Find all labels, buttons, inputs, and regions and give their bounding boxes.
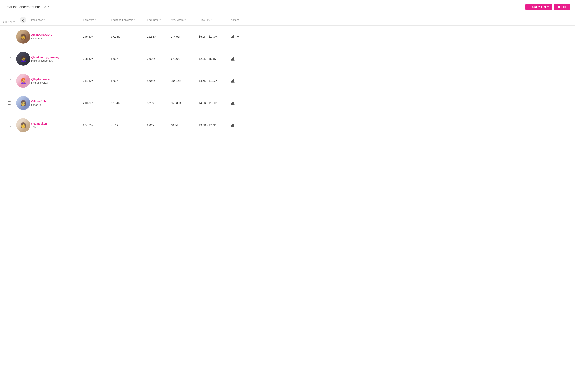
eng-rate-value: 15.34% xyxy=(147,35,171,38)
engaged-followers-value: 17.34K xyxy=(111,101,147,105)
followers-value: 210.30K xyxy=(83,101,111,105)
actions-cell: + xyxy=(231,78,251,83)
row-checkbox-cell[interactable] xyxy=(3,79,15,82)
eng-rate-col-header[interactable]: Eng. Rate ⇅ xyxy=(147,18,171,21)
svg-rect-17 xyxy=(231,125,232,127)
influencer-handle[interactable]: @hydrationceo xyxy=(31,78,83,81)
price-est-value: $3.0K - $7.9K xyxy=(199,123,231,127)
pdf-label: PDF xyxy=(561,5,567,9)
row-checkbox-4[interactable] xyxy=(8,101,11,105)
platform-cell: 👩 xyxy=(15,29,31,44)
top-bar: Total Influencers found: 1 006 + Add to … xyxy=(0,0,575,14)
avatar: 👩 xyxy=(16,118,30,132)
svg-rect-14 xyxy=(232,102,233,105)
table-rows: 👩 @cancerbae717 cancerbae 246.30K 37.78K… xyxy=(0,25,575,136)
price-est-col-header[interactable]: Price Est. ⇅ xyxy=(199,18,231,21)
svg-rect-13 xyxy=(231,103,232,105)
add-icon[interactable]: + xyxy=(237,56,240,61)
avg-views-value: 67.96K xyxy=(171,57,199,60)
table-row: 👩‍🦱 @makeupbygermany makeupbygermany 228… xyxy=(0,48,575,70)
svg-rect-12 xyxy=(231,79,232,80)
influencer-handle[interactable]: @fionafrills xyxy=(31,100,83,103)
svg-rect-3 xyxy=(233,35,234,38)
avg-views-value: 98.94K xyxy=(171,123,199,127)
select-all-checkbox[interactable] xyxy=(8,17,11,20)
avatar: 👩 xyxy=(16,29,30,44)
influencer-col-header[interactable]: Influencer ⇅ xyxy=(31,18,83,21)
influencer-cell: @fionafrills fionafrills xyxy=(31,100,83,106)
engaged-followers-value: 37.78K xyxy=(111,35,147,38)
influencer-name: cancerbae xyxy=(31,37,83,40)
avg-views-sort-icon: ⇅ xyxy=(185,19,186,21)
svg-rect-19 xyxy=(233,124,234,127)
table-row: 👩 @fionafrills fionafrills 210.30K 17.34… xyxy=(0,92,575,114)
actions-col-header: Actions xyxy=(231,18,251,21)
engaged-followers-sort-icon: ⇅ xyxy=(134,19,136,21)
add-icon[interactable]: + xyxy=(237,100,240,106)
add-icon[interactable]: + xyxy=(237,34,240,39)
avg-views-value: 154.14K xyxy=(171,79,199,82)
influencer-name: HydrationCEO xyxy=(31,81,83,84)
followers-value: 214.30K xyxy=(83,79,111,82)
followers-value: 228.60K xyxy=(83,57,111,60)
total-influencers: Total Influencers found: 1 006 xyxy=(5,5,49,9)
row-checkbox-cell[interactable] xyxy=(3,101,15,105)
chevron-down-icon: ▾ xyxy=(547,5,549,9)
influencer-sort-icon: ⇅ xyxy=(43,19,45,21)
engaged-followers-col-header[interactable]: Engaged Followers ⇅ xyxy=(111,18,147,21)
platform-cell: 👩 xyxy=(15,96,31,110)
row-checkbox-1[interactable] xyxy=(8,35,11,38)
influencer-cell: @cancerbae717 cancerbae xyxy=(31,33,83,40)
row-checkbox-cell[interactable] xyxy=(3,123,15,127)
svg-rect-2 xyxy=(232,36,233,38)
avatar: 👩 xyxy=(16,96,30,110)
chart-icon[interactable] xyxy=(231,57,235,61)
row-checkbox-cell[interactable] xyxy=(3,57,15,60)
chart-icon[interactable] xyxy=(231,35,235,39)
svg-rect-15 xyxy=(233,102,234,105)
influencer-handle[interactable]: @tamsskyn xyxy=(31,122,83,125)
followers-value: 204.70K xyxy=(83,123,111,127)
table-row: 👩‍🦰 @hydrationceo HydrationCEO 214.30K 8… xyxy=(0,70,575,92)
chart-icon[interactable] xyxy=(231,79,235,83)
influencer-handle[interactable]: @cancerbae717 xyxy=(31,33,83,37)
avg-views-col-header[interactable]: Avg. Views ⇅ xyxy=(171,18,199,21)
tiktok-icon xyxy=(20,17,26,23)
influencer-name: makeupbygermany xyxy=(31,59,83,62)
price-est-value: $2.0K - $5.4K xyxy=(199,57,231,60)
followers-sort-icon: ⇅ xyxy=(95,19,97,21)
row-checkbox-3[interactable] xyxy=(8,79,11,82)
select-all-cell[interactable]: Select All (0) xyxy=(3,17,15,23)
add-to-list-button[interactable]: + Add to List ▾ xyxy=(526,4,552,10)
row-checkbox-5[interactable] xyxy=(8,123,11,127)
add-icon[interactable]: + xyxy=(237,122,240,128)
row-checkbox-2[interactable] xyxy=(8,57,11,60)
svg-rect-7 xyxy=(233,57,234,60)
followers-value: 246.30K xyxy=(83,35,111,38)
influencer-cell: @tamsskyn TAMS xyxy=(31,122,83,129)
eng-rate-value: 2.01% xyxy=(147,123,171,127)
chart-icon[interactable] xyxy=(231,101,235,105)
pdf-button[interactable]: 🗎 PDF xyxy=(554,4,570,10)
influencer-table: Select All (0) Influencer ⇅ Followers ⇅ xyxy=(0,14,575,136)
add-icon[interactable]: + xyxy=(237,78,240,83)
avatar: 👩‍🦰 xyxy=(16,74,30,88)
actions-cell: + xyxy=(231,100,251,106)
influencer-name: TAMS xyxy=(31,126,83,129)
row-checkbox-cell[interactable] xyxy=(3,35,15,38)
table-row: 👩 @tamsskyn TAMS 204.70K 4.11K 2.01% 98.… xyxy=(0,114,575,136)
engaged-followers-value: 8.69K xyxy=(111,79,147,82)
svg-rect-20 xyxy=(231,123,232,124)
influencer-handle[interactable]: @makeupbygermany xyxy=(31,55,83,59)
svg-rect-16 xyxy=(231,101,232,102)
followers-col-header[interactable]: Followers ⇅ xyxy=(83,18,111,21)
influencer-name: fionafrills xyxy=(31,103,83,106)
page-wrapper: Total Influencers found: 1 006 + Add to … xyxy=(0,0,575,392)
svg-rect-9 xyxy=(231,81,232,82)
svg-rect-1 xyxy=(231,37,232,38)
actions-cell: + xyxy=(231,56,251,61)
influencer-cell: @hydrationceo HydrationCEO xyxy=(31,78,83,84)
svg-rect-6 xyxy=(232,58,233,60)
chart-icon[interactable] xyxy=(231,123,235,127)
svg-rect-5 xyxy=(231,59,232,60)
